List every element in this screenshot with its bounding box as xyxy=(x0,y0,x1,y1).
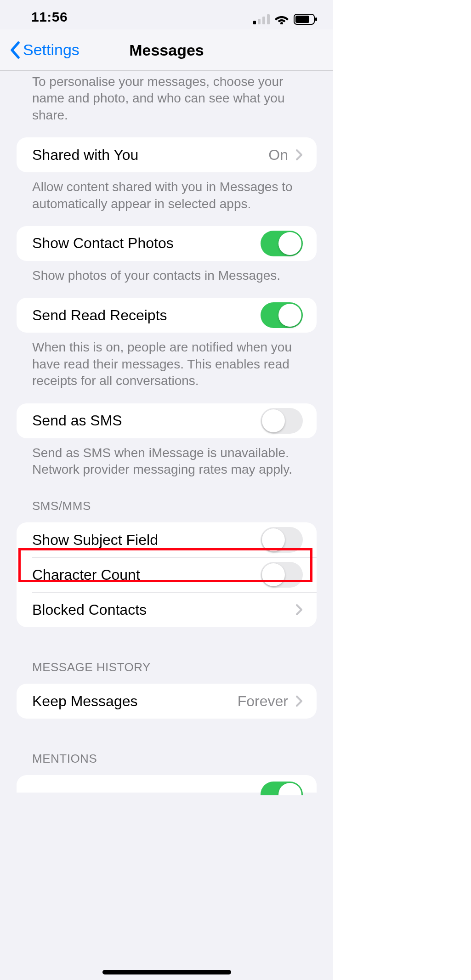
contact-photos-footer: Show photos of your contacts in Messages… xyxy=(0,261,333,284)
message-history-header: MESSAGE HISTORY xyxy=(0,627,333,679)
mentions-header: MENTIONS xyxy=(0,719,333,770)
char-count-toggle[interactable] xyxy=(261,562,303,588)
svg-rect-0 xyxy=(253,21,256,24)
chevron-right-icon xyxy=(295,604,303,616)
svg-rect-1 xyxy=(258,19,261,24)
chevron-left-icon xyxy=(9,41,20,59)
status-icons xyxy=(253,14,318,25)
contact-photos-group: Show Contact Photos xyxy=(17,226,317,261)
blocked-contacts-row[interactable]: Blocked Contacts xyxy=(17,592,317,627)
back-button[interactable]: Settings xyxy=(0,41,79,59)
svg-rect-3 xyxy=(267,14,270,24)
read-receipts-footer: When this is on, people are notified whe… xyxy=(0,333,333,389)
shared-with-you-value: On xyxy=(268,147,288,164)
svg-rect-6 xyxy=(295,16,309,23)
svg-rect-7 xyxy=(315,17,317,21)
shared-with-you-footer: Allow content shared with you in Message… xyxy=(0,172,333,212)
send-sms-footer: Send as SMS when iMessage is unavailable… xyxy=(0,438,333,478)
mentions-group-peek xyxy=(17,775,317,793)
mentions-toggle-peek[interactable] xyxy=(261,782,303,795)
blocked-contacts-label: Blocked Contacts xyxy=(32,601,295,618)
chevron-right-icon xyxy=(295,695,303,707)
contact-photos-row: Show Contact Photos xyxy=(17,226,317,261)
send-sms-label: Send as SMS xyxy=(32,412,261,429)
send-sms-toggle[interactable] xyxy=(261,408,303,434)
sms-mms-header: SMS/MMS xyxy=(0,478,333,518)
keep-messages-value: Forever xyxy=(238,693,288,710)
content-scroll[interactable]: To personalise your messages, choose you… xyxy=(0,71,333,980)
char-count-label: Character Count xyxy=(32,566,261,583)
wifi-icon xyxy=(274,14,289,24)
cellular-icon xyxy=(253,14,270,24)
send-sms-group: Send as SMS xyxy=(17,403,317,438)
keep-messages-group: Keep Messages Forever xyxy=(17,684,317,719)
personalise-footer: To personalise your messages, choose you… xyxy=(0,71,333,124)
status-time: 11:56 xyxy=(31,9,68,25)
shared-with-you-row[interactable]: Shared with You On xyxy=(17,137,317,172)
read-receipts-group: Send Read Receipts xyxy=(17,298,317,333)
read-receipts-toggle[interactable] xyxy=(261,302,303,328)
phone-frame: 11:56 xyxy=(0,0,333,980)
send-sms-row: Send as SMS xyxy=(17,403,317,438)
home-indicator[interactable] xyxy=(102,970,231,974)
subject-field-row: Show Subject Field xyxy=(17,522,317,557)
keep-messages-row[interactable]: Keep Messages Forever xyxy=(17,684,317,719)
contact-photos-toggle[interactable] xyxy=(261,231,303,256)
subject-field-toggle[interactable] xyxy=(261,527,303,553)
svg-rect-2 xyxy=(262,17,265,24)
read-receipts-row: Send Read Receipts xyxy=(17,298,317,333)
read-receipts-label: Send Read Receipts xyxy=(32,307,261,324)
subject-field-label: Show Subject Field xyxy=(32,532,261,549)
sms-mms-group: Show Subject Field Character Count Block… xyxy=(17,522,317,627)
back-label: Settings xyxy=(23,41,79,59)
contact-photos-label: Show Contact Photos xyxy=(32,235,261,252)
nav-bar: Settings Messages xyxy=(0,29,333,71)
page-title: Messages xyxy=(129,41,204,59)
battery-icon xyxy=(294,14,318,25)
keep-messages-label: Keep Messages xyxy=(32,693,238,710)
chevron-right-icon xyxy=(295,149,303,161)
status-bar: 11:56 xyxy=(0,0,333,29)
svg-point-4 xyxy=(280,22,283,24)
char-count-row: Character Count xyxy=(17,557,317,592)
page-background-right xyxy=(333,0,471,980)
shared-with-you-label: Shared with You xyxy=(32,147,268,164)
shared-with-you-group: Shared with You On xyxy=(17,137,317,172)
